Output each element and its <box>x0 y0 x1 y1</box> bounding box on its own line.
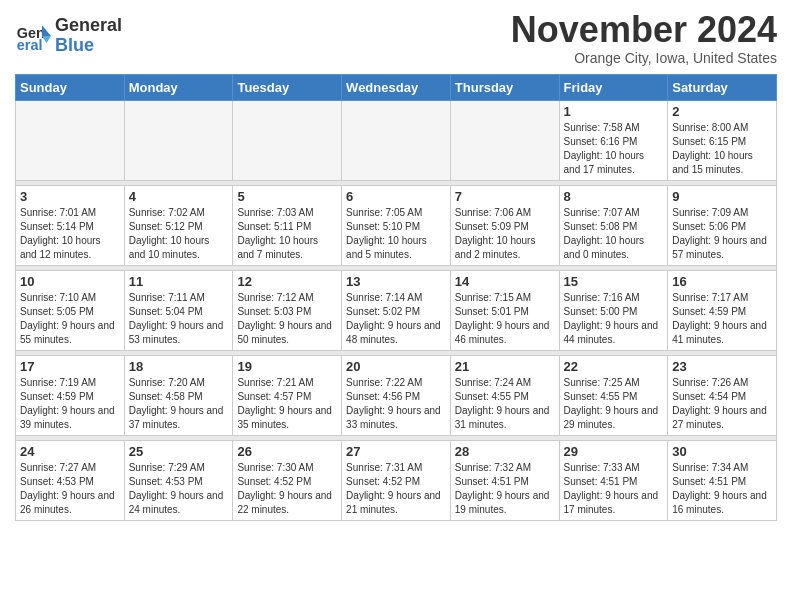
calendar-table: SundayMondayTuesdayWednesdayThursdayFrid… <box>15 74 777 521</box>
day-number: 21 <box>455 359 555 374</box>
day-info: Sunrise: 7:03 AMSunset: 5:11 PMDaylight:… <box>237 206 337 262</box>
day-number: 13 <box>346 274 446 289</box>
table-row: 20Sunrise: 7:22 AMSunset: 4:56 PMDayligh… <box>342 355 451 435</box>
day-number: 8 <box>564 189 664 204</box>
day-number: 7 <box>455 189 555 204</box>
table-row: 8Sunrise: 7:07 AMSunset: 5:08 PMDaylight… <box>559 185 668 265</box>
table-row: 28Sunrise: 7:32 AMSunset: 4:51 PMDayligh… <box>450 440 559 520</box>
table-row: 16Sunrise: 7:17 AMSunset: 4:59 PMDayligh… <box>668 270 777 350</box>
table-row: 3Sunrise: 7:01 AMSunset: 5:14 PMDaylight… <box>16 185 125 265</box>
day-number: 5 <box>237 189 337 204</box>
day-number: 30 <box>672 444 772 459</box>
day-number: 10 <box>20 274 120 289</box>
page-header: Gen eral General Blue November 2024 Oran… <box>15 10 777 66</box>
table-row: 23Sunrise: 7:26 AMSunset: 4:54 PMDayligh… <box>668 355 777 435</box>
day-info: Sunrise: 7:24 AMSunset: 4:55 PMDaylight:… <box>455 376 555 432</box>
day-number: 6 <box>346 189 446 204</box>
day-info: Sunrise: 7:31 AMSunset: 4:52 PMDaylight:… <box>346 461 446 517</box>
table-row: 7Sunrise: 7:06 AMSunset: 5:09 PMDaylight… <box>450 185 559 265</box>
day-info: Sunrise: 7:12 AMSunset: 5:03 PMDaylight:… <box>237 291 337 347</box>
table-row: 30Sunrise: 7:34 AMSunset: 4:51 PMDayligh… <box>668 440 777 520</box>
table-row: 29Sunrise: 7:33 AMSunset: 4:51 PMDayligh… <box>559 440 668 520</box>
day-number: 29 <box>564 444 664 459</box>
table-row: 21Sunrise: 7:24 AMSunset: 4:55 PMDayligh… <box>450 355 559 435</box>
table-row <box>450 100 559 180</box>
logo: Gen eral General Blue <box>15 16 122 56</box>
day-number: 11 <box>129 274 229 289</box>
day-info: Sunrise: 7:26 AMSunset: 4:54 PMDaylight:… <box>672 376 772 432</box>
logo-text: General Blue <box>55 16 122 56</box>
table-row: 12Sunrise: 7:12 AMSunset: 5:03 PMDayligh… <box>233 270 342 350</box>
day-info: Sunrise: 7:06 AMSunset: 5:09 PMDaylight:… <box>455 206 555 262</box>
day-info: Sunrise: 7:11 AMSunset: 5:04 PMDaylight:… <box>129 291 229 347</box>
day-number: 26 <box>237 444 337 459</box>
title-section: November 2024 Orange City, Iowa, United … <box>511 10 777 66</box>
table-row: 25Sunrise: 7:29 AMSunset: 4:53 PMDayligh… <box>124 440 233 520</box>
day-number: 2 <box>672 104 772 119</box>
table-row: 14Sunrise: 7:15 AMSunset: 5:01 PMDayligh… <box>450 270 559 350</box>
table-row <box>233 100 342 180</box>
day-info: Sunrise: 7:16 AMSunset: 5:00 PMDaylight:… <box>564 291 664 347</box>
calendar-header-saturday: Saturday <box>668 74 777 100</box>
day-info: Sunrise: 7:25 AMSunset: 4:55 PMDaylight:… <box>564 376 664 432</box>
table-row <box>16 100 125 180</box>
table-row: 4Sunrise: 7:02 AMSunset: 5:12 PMDaylight… <box>124 185 233 265</box>
day-info: Sunrise: 7:17 AMSunset: 4:59 PMDaylight:… <box>672 291 772 347</box>
logo-icon: Gen eral <box>15 18 51 54</box>
location: Orange City, Iowa, United States <box>511 50 777 66</box>
day-info: Sunrise: 7:20 AMSunset: 4:58 PMDaylight:… <box>129 376 229 432</box>
day-info: Sunrise: 7:14 AMSunset: 5:02 PMDaylight:… <box>346 291 446 347</box>
table-row: 15Sunrise: 7:16 AMSunset: 5:00 PMDayligh… <box>559 270 668 350</box>
day-number: 25 <box>129 444 229 459</box>
day-info: Sunrise: 7:10 AMSunset: 5:05 PMDaylight:… <box>20 291 120 347</box>
day-info: Sunrise: 7:27 AMSunset: 4:53 PMDaylight:… <box>20 461 120 517</box>
calendar-header-monday: Monday <box>124 74 233 100</box>
day-number: 19 <box>237 359 337 374</box>
calendar-week-row: 24Sunrise: 7:27 AMSunset: 4:53 PMDayligh… <box>16 440 777 520</box>
table-row: 17Sunrise: 7:19 AMSunset: 4:59 PMDayligh… <box>16 355 125 435</box>
table-row: 19Sunrise: 7:21 AMSunset: 4:57 PMDayligh… <box>233 355 342 435</box>
calendar-header-sunday: Sunday <box>16 74 125 100</box>
logo-blue: Blue <box>55 36 122 56</box>
day-number: 22 <box>564 359 664 374</box>
day-info: Sunrise: 7:02 AMSunset: 5:12 PMDaylight:… <box>129 206 229 262</box>
table-row: 18Sunrise: 7:20 AMSunset: 4:58 PMDayligh… <box>124 355 233 435</box>
day-info: Sunrise: 7:33 AMSunset: 4:51 PMDaylight:… <box>564 461 664 517</box>
day-info: Sunrise: 7:32 AMSunset: 4:51 PMDaylight:… <box>455 461 555 517</box>
day-number: 12 <box>237 274 337 289</box>
table-row: 5Sunrise: 7:03 AMSunset: 5:11 PMDaylight… <box>233 185 342 265</box>
day-info: Sunrise: 7:22 AMSunset: 4:56 PMDaylight:… <box>346 376 446 432</box>
table-row: 1Sunrise: 7:58 AMSunset: 6:16 PMDaylight… <box>559 100 668 180</box>
day-info: Sunrise: 8:00 AMSunset: 6:15 PMDaylight:… <box>672 121 772 177</box>
day-info: Sunrise: 7:09 AMSunset: 5:06 PMDaylight:… <box>672 206 772 262</box>
calendar-header-friday: Friday <box>559 74 668 100</box>
calendar-header-row: SundayMondayTuesdayWednesdayThursdayFrid… <box>16 74 777 100</box>
table-row: 6Sunrise: 7:05 AMSunset: 5:10 PMDaylight… <box>342 185 451 265</box>
day-number: 17 <box>20 359 120 374</box>
day-number: 9 <box>672 189 772 204</box>
table-row: 11Sunrise: 7:11 AMSunset: 5:04 PMDayligh… <box>124 270 233 350</box>
day-number: 23 <box>672 359 772 374</box>
table-row: 24Sunrise: 7:27 AMSunset: 4:53 PMDayligh… <box>16 440 125 520</box>
month-title: November 2024 <box>511 10 777 50</box>
day-number: 18 <box>129 359 229 374</box>
logo-general: General <box>55 16 122 36</box>
calendar-header-tuesday: Tuesday <box>233 74 342 100</box>
calendar-header-thursday: Thursday <box>450 74 559 100</box>
day-number: 1 <box>564 104 664 119</box>
table-row: 13Sunrise: 7:14 AMSunset: 5:02 PMDayligh… <box>342 270 451 350</box>
table-row <box>342 100 451 180</box>
day-info: Sunrise: 7:05 AMSunset: 5:10 PMDaylight:… <box>346 206 446 262</box>
day-number: 24 <box>20 444 120 459</box>
day-info: Sunrise: 7:21 AMSunset: 4:57 PMDaylight:… <box>237 376 337 432</box>
day-info: Sunrise: 7:15 AMSunset: 5:01 PMDaylight:… <box>455 291 555 347</box>
day-info: Sunrise: 7:01 AMSunset: 5:14 PMDaylight:… <box>20 206 120 262</box>
day-info: Sunrise: 7:29 AMSunset: 4:53 PMDaylight:… <box>129 461 229 517</box>
day-info: Sunrise: 7:07 AMSunset: 5:08 PMDaylight:… <box>564 206 664 262</box>
day-number: 16 <box>672 274 772 289</box>
day-info: Sunrise: 7:58 AMSunset: 6:16 PMDaylight:… <box>564 121 664 177</box>
svg-marker-2 <box>42 25 51 36</box>
table-row: 9Sunrise: 7:09 AMSunset: 5:06 PMDaylight… <box>668 185 777 265</box>
calendar-week-row: 3Sunrise: 7:01 AMSunset: 5:14 PMDaylight… <box>16 185 777 265</box>
day-number: 15 <box>564 274 664 289</box>
